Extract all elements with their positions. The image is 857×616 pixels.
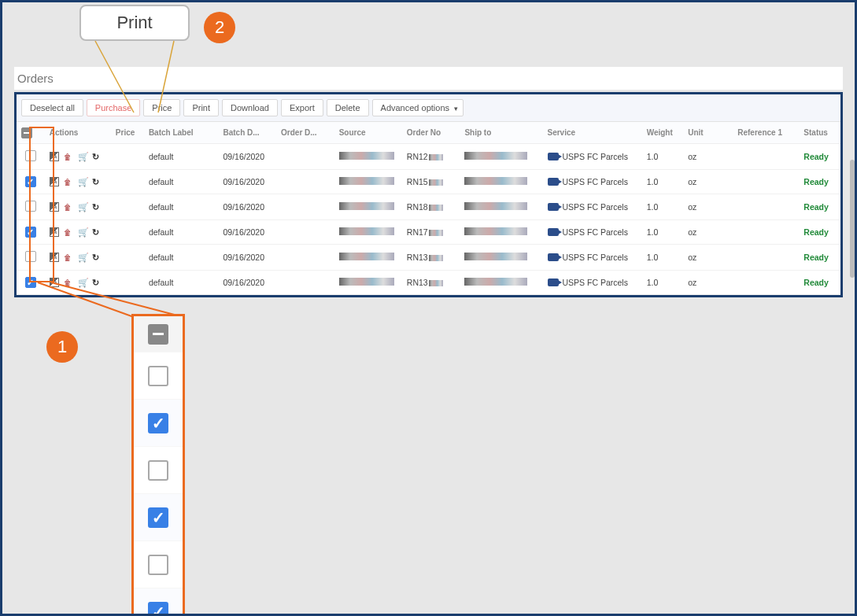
deselect-all-button[interactable]: Deselect all <box>21 99 83 116</box>
trash-icon[interactable] <box>64 227 73 237</box>
redacted-shipto <box>464 202 527 210</box>
cell-service: USPS FC Parcels <box>548 202 628 212</box>
scrollbar[interactable] <box>850 160 855 278</box>
usps-logo-icon <box>548 253 559 261</box>
col-order-date[interactable]: Order D... <box>276 122 334 144</box>
redacted-shipto <box>464 253 527 260</box>
cell-batch-date: 09/16/2020 <box>218 194 276 220</box>
col-weight[interactable]: Weight <box>642 122 684 144</box>
cell-batch-label: default <box>144 220 219 245</box>
col-service[interactable]: Service <box>543 122 642 144</box>
zoom-checkbox-checked <box>148 602 168 617</box>
download-button[interactable]: Download <box>222 99 278 116</box>
zoom-checkbox-checked <box>148 507 168 528</box>
edit-icon[interactable] <box>50 253 59 262</box>
col-batch-label[interactable]: Batch Label <box>144 122 219 144</box>
edit-icon[interactable] <box>50 202 59 212</box>
col-actions[interactable]: Actions <box>45 122 111 144</box>
refresh-icon[interactable] <box>92 253 102 262</box>
col-reference1[interactable]: Reference 1 <box>733 122 799 144</box>
trash-icon[interactable] <box>64 202 73 212</box>
row-checkbox[interactable] <box>25 277 36 288</box>
cell-status: Ready <box>803 278 829 287</box>
cell-service: USPS FC Parcels <box>548 152 628 161</box>
delete-button[interactable]: Delete <box>327 99 369 116</box>
trash-icon[interactable] <box>64 152 73 161</box>
cart-icon[interactable] <box>78 253 87 262</box>
table-row[interactable]: default09/16/2020RN12USPS FC Parcels1.0o… <box>17 144 840 170</box>
refresh-icon[interactable] <box>92 278 102 287</box>
col-unit[interactable]: Unit <box>683 122 733 144</box>
cell-status: Ready <box>803 227 829 237</box>
edit-icon[interactable] <box>50 152 59 161</box>
cell-batch-date: 09/16/2020 <box>218 170 276 194</box>
redacted-source <box>339 227 394 235</box>
col-batch-date[interactable]: Batch D... <box>218 122 276 144</box>
cell-unit: oz <box>683 194 733 220</box>
edit-icon[interactable] <box>50 278 59 287</box>
annotation-step-2: 2 <box>204 12 235 43</box>
cell-batch-label: default <box>144 271 219 295</box>
zoom-select-all-checkbox <box>148 324 168 345</box>
row-checkbox[interactable] <box>25 176 36 187</box>
col-ship-to[interactable]: Ship to <box>460 122 542 144</box>
table-row[interactable]: default09/16/2020RN17USPS FC Parcels1.0o… <box>17 220 840 245</box>
refresh-icon[interactable] <box>92 177 102 186</box>
toolbar: Deselect all Purchase Price Print Downlo… <box>17 94 840 122</box>
col-status[interactable]: Status <box>799 122 840 144</box>
price-button[interactable]: Price <box>143 99 180 116</box>
table-row[interactable]: default09/16/2020RN13USPS FC Parcels1.0o… <box>17 245 840 271</box>
cell-service: USPS FC Parcels <box>548 253 628 262</box>
chevron-down-icon: ▾ <box>454 105 458 113</box>
cell-weight: 1.0 <box>642 220 684 245</box>
annotation-checkbox-zoom <box>131 314 185 616</box>
refresh-icon[interactable] <box>92 227 102 237</box>
cell-batch-date: 09/16/2020 <box>218 144 276 170</box>
col-price[interactable]: Price <box>111 122 144 144</box>
cell-order-no: RN12 <box>402 144 460 170</box>
cart-icon[interactable] <box>78 177 87 186</box>
cell-weight: 1.0 <box>642 144 684 170</box>
table-row[interactable]: default09/16/2020RN18USPS FC Parcels1.0o… <box>17 194 840 220</box>
cell-weight: 1.0 <box>642 271 684 295</box>
cell-order-no: RN13 <box>402 245 460 271</box>
trash-icon[interactable] <box>64 278 73 287</box>
row-checkbox[interactable] <box>25 251 36 262</box>
refresh-icon[interactable] <box>92 202 102 212</box>
zoom-checkbox-unchecked <box>148 460 168 481</box>
table-row[interactable]: default09/16/2020RN15USPS FC Parcels1.0o… <box>17 170 840 194</box>
col-source[interactable]: Source <box>334 122 402 144</box>
export-button[interactable]: Export <box>281 99 323 116</box>
refresh-icon[interactable] <box>92 152 102 161</box>
usps-logo-icon <box>548 178 559 186</box>
cart-icon[interactable] <box>78 278 87 287</box>
advanced-options-button[interactable]: Advanced options ▾ <box>372 99 464 116</box>
cart-icon[interactable] <box>78 202 87 212</box>
usps-logo-icon <box>548 153 559 160</box>
trash-icon[interactable] <box>64 253 73 262</box>
cell-service: USPS FC Parcels <box>548 177 628 186</box>
edit-icon[interactable] <box>50 177 59 186</box>
purchase-button[interactable]: Purchase <box>87 99 140 116</box>
trash-icon[interactable] <box>64 177 73 186</box>
cart-icon[interactable] <box>78 152 87 161</box>
col-order-no[interactable]: Order No <box>402 122 460 144</box>
cell-service: USPS FC Parcels <box>548 227 628 237</box>
table-row[interactable]: default09/16/2020RN13USPS FC Parcels1.0o… <box>17 271 840 295</box>
select-all-checkbox[interactable] <box>21 127 32 138</box>
advanced-options-label: Advanced options <box>381 103 449 113</box>
zoom-checkbox-unchecked <box>148 366 168 386</box>
cart-icon[interactable] <box>78 227 87 237</box>
cell-batch-date: 09/16/2020 <box>218 271 276 295</box>
cell-status: Ready <box>803 253 829 262</box>
annotation-print-label: Print <box>79 5 190 41</box>
redacted-shipto <box>464 152 527 160</box>
print-button[interactable]: Print <box>183 99 219 116</box>
edit-icon[interactable] <box>50 227 59 237</box>
row-checkbox[interactable] <box>25 227 36 238</box>
cell-unit: oz <box>683 170 733 194</box>
orders-table: Actions Price Batch Label Batch D... Ord… <box>17 122 840 295</box>
row-checkbox[interactable] <box>25 201 36 212</box>
row-checkbox[interactable] <box>25 150 36 161</box>
redacted-source <box>339 177 394 185</box>
